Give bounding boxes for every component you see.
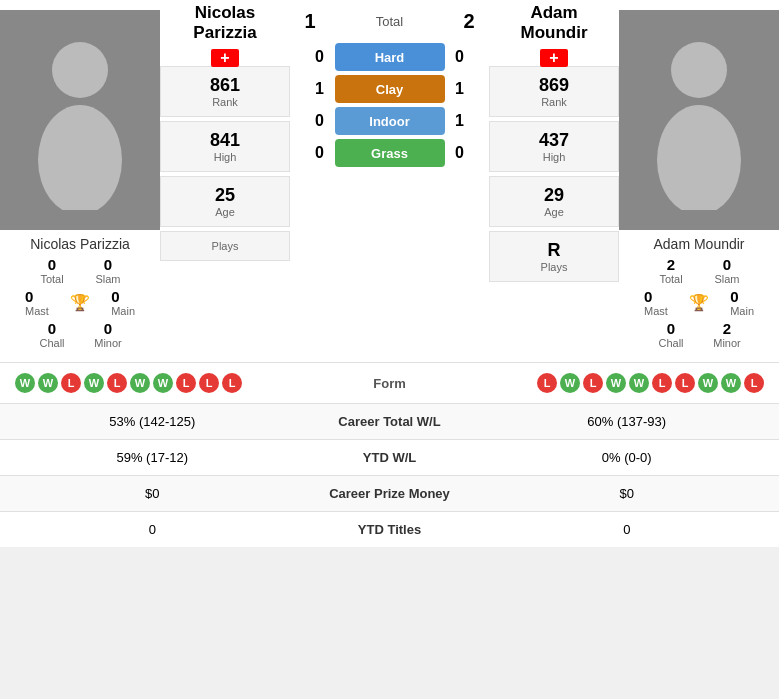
right-mast-label: Mast bbox=[644, 305, 668, 317]
stats-row-right-1: 0% (0-0) bbox=[490, 450, 765, 465]
right-form-badge-2: L bbox=[583, 373, 603, 393]
right-slam-value: 0 bbox=[700, 256, 754, 273]
right-form-badge-3: W bbox=[606, 373, 626, 393]
left-chall-label: Chall bbox=[25, 337, 79, 349]
right-mast-cell: 0 Mast bbox=[644, 288, 668, 317]
middle-section: 1 Total 2 0 Hard 0 1 Clay 1 0 Indoor 1 0 bbox=[290, 10, 489, 352]
svg-point-0 bbox=[52, 42, 108, 98]
right-plays-label: Plays bbox=[495, 261, 613, 273]
right-plays-box: R Plays bbox=[489, 231, 619, 282]
total-label: Total bbox=[325, 14, 454, 29]
right-player-name-below: Adam Moundir bbox=[653, 236, 744, 252]
left-rank-box: 861 Rank bbox=[160, 66, 290, 117]
right-minor-cell: 2 Minor bbox=[700, 320, 754, 349]
left-stats-panel: NicolasParizzia + 861 Rank 841 High 25 A… bbox=[160, 10, 290, 352]
left-trophy-icon: 🏆 bbox=[70, 293, 90, 312]
right-flag: + bbox=[540, 49, 568, 67]
clay-button: Clay bbox=[335, 75, 445, 103]
stats-row-center-3: YTD Titles bbox=[290, 522, 490, 537]
stats-row-1: 59% (17-12)YTD W/L0% (0-0) bbox=[0, 439, 779, 475]
left-slam-value: 0 bbox=[81, 256, 135, 273]
left-form-badge-9: L bbox=[222, 373, 242, 393]
stats-row-left-3: 0 bbox=[15, 522, 290, 537]
left-flag: + bbox=[211, 49, 239, 67]
left-total-value: 0 bbox=[25, 256, 79, 273]
right-player-name-top: AdamMoundir bbox=[520, 3, 587, 44]
left-form-badge-7: L bbox=[176, 373, 196, 393]
right-player-col: Adam Moundir 2 Total 0 Slam 0 Ma bbox=[619, 10, 779, 352]
surface-row-hard: 0 Hard 0 bbox=[295, 43, 484, 71]
left-player-col: Nicolas Parizzia 0 Total 0 Slam 0 bbox=[0, 10, 160, 352]
right-form-badge-1: W bbox=[560, 373, 580, 393]
right-slam-label: Slam bbox=[700, 273, 754, 285]
right-form-badge-9: L bbox=[744, 373, 764, 393]
right-rank-label: Rank bbox=[495, 96, 613, 108]
stats-row-center-2: Career Prize Money bbox=[290, 486, 490, 501]
right-rank-box: 869 Rank bbox=[489, 66, 619, 117]
left-age-box: 25 Age bbox=[160, 176, 290, 227]
right-total-score: 2 bbox=[454, 10, 484, 33]
left-chall-grid: 0 Chall 0 Minor bbox=[25, 320, 135, 349]
right-total-value: 2 bbox=[644, 256, 698, 273]
left-mast-row: 0 Mast 🏆 0 Main bbox=[25, 288, 135, 317]
left-form-badge-6: W bbox=[153, 373, 173, 393]
right-mast-value: 0 bbox=[644, 288, 668, 305]
stats-row-right-0: 60% (137-93) bbox=[490, 414, 765, 429]
stats-row-3: 0YTD Titles0 bbox=[0, 511, 779, 547]
left-stats-grid: 0 Total 0 Slam bbox=[25, 256, 135, 285]
clay-right-score: 1 bbox=[445, 80, 475, 98]
stats-row-2: $0Career Prize Money$0 bbox=[0, 475, 779, 511]
right-form-badge-7: W bbox=[698, 373, 718, 393]
main-container: Nicolas Parizzia 0 Total 0 Slam 0 bbox=[0, 0, 779, 547]
clay-left-score: 1 bbox=[305, 80, 335, 98]
hard-button: Hard bbox=[335, 43, 445, 71]
left-form-badge-2: L bbox=[61, 373, 81, 393]
left-form-badge-4: L bbox=[107, 373, 127, 393]
left-mast-label: Mast bbox=[25, 305, 49, 317]
right-form-badge-5: L bbox=[652, 373, 672, 393]
left-high-label: High bbox=[166, 151, 284, 163]
right-rank-value: 869 bbox=[495, 75, 613, 96]
left-form-badge-8: L bbox=[199, 373, 219, 393]
left-mast-value: 0 bbox=[25, 288, 49, 305]
right-minor-label: Minor bbox=[700, 337, 754, 349]
left-total-score: 1 bbox=[295, 10, 325, 33]
surface-row-clay: 1 Clay 1 bbox=[295, 75, 484, 103]
grass-button: Grass bbox=[335, 139, 445, 167]
score-summary: 1 Total 2 bbox=[295, 10, 484, 33]
right-form-badge-6: L bbox=[675, 373, 695, 393]
right-high-label: High bbox=[495, 151, 613, 163]
hard-left-score: 0 bbox=[305, 48, 335, 66]
left-player-name-below: Nicolas Parizzia bbox=[30, 236, 130, 252]
right-slam-cell: 0 Slam bbox=[700, 256, 754, 285]
right-form-badge-4: W bbox=[629, 373, 649, 393]
stats-row-left-1: 59% (17-12) bbox=[15, 450, 290, 465]
left-mast-cell: 0 Mast bbox=[25, 288, 49, 317]
hard-right-score: 0 bbox=[445, 48, 475, 66]
left-form-badge-0: W bbox=[15, 373, 35, 393]
right-trophy-icon: 🏆 bbox=[689, 293, 709, 312]
right-form-badge-8: W bbox=[721, 373, 741, 393]
left-minor-value: 0 bbox=[81, 320, 135, 337]
surface-row-grass: 0 Grass 0 bbox=[295, 139, 484, 167]
left-rank-label: Rank bbox=[166, 96, 284, 108]
surface-row-indoor: 0 Indoor 1 bbox=[295, 107, 484, 135]
right-form-badges: LWLWWLLWWL bbox=[450, 373, 765, 393]
left-main-cell: 0 Main bbox=[111, 288, 135, 317]
right-age-label: Age bbox=[495, 206, 613, 218]
right-stats-grid: 2 Total 0 Slam bbox=[644, 256, 754, 285]
stats-row-right-3: 0 bbox=[490, 522, 765, 537]
stats-row-center-1: YTD W/L bbox=[290, 450, 490, 465]
left-slam-label: Slam bbox=[81, 273, 135, 285]
left-minor-label: Minor bbox=[81, 337, 135, 349]
left-player-name-top: NicolasParizzia bbox=[193, 3, 256, 44]
right-chall-cell: 0 Chall bbox=[644, 320, 698, 349]
stats-row-left-0: 53% (142-125) bbox=[15, 414, 290, 429]
left-minor-cell: 0 Minor bbox=[81, 320, 135, 349]
svg-point-1 bbox=[38, 105, 122, 210]
left-form-badges: WWLWLWWLLL bbox=[15, 373, 330, 393]
left-player-photo bbox=[0, 10, 160, 230]
right-age-box: 29 Age bbox=[489, 176, 619, 227]
right-plays-value: R bbox=[495, 240, 613, 261]
right-total-cell: 2 Total bbox=[644, 256, 698, 285]
